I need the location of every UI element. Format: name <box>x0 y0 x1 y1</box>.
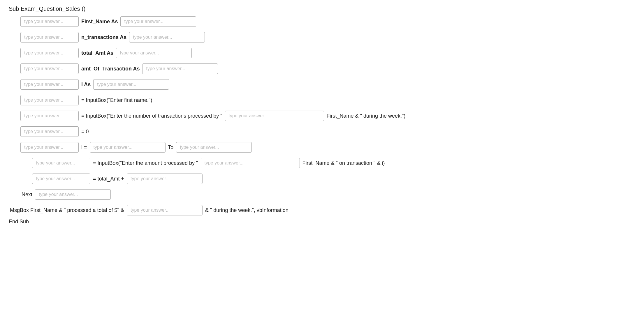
answer-input-line4-0[interactable] <box>20 63 79 74</box>
bold-text-line2-1: n_transactions As <box>79 35 129 40</box>
static-text-line7-1: = InputBox("Enter the number of transact… <box>79 113 225 118</box>
code-line: total_Amt As <box>9 46 635 60</box>
answer-input-line13-1[interactable] <box>127 205 203 215</box>
code-line: n_transactions As <box>9 30 635 44</box>
answer-input-line1-0[interactable] <box>20 16 79 27</box>
static-text-line9-3: To <box>166 145 176 150</box>
code-line: = total_Amt + <box>9 172 635 186</box>
answer-input-line10-0[interactable] <box>32 158 90 168</box>
end-sub-label: End Sub <box>9 219 635 224</box>
code-line: = InputBox("Enter first name.") <box>9 93 635 107</box>
code-line: = InputBox("Enter the number of transact… <box>9 109 635 123</box>
static-text-line10-1: = InputBox("Enter the amount processed b… <box>90 160 201 166</box>
answer-input-line10-2[interactable] <box>201 158 300 168</box>
answer-input-line9-2[interactable] <box>90 142 166 153</box>
answer-input-line12-1[interactable] <box>35 189 111 200</box>
bold-text-line1-1: First_Name As <box>79 19 120 24</box>
code-line: amt_Of_Transaction As <box>9 62 635 76</box>
answer-input-line11-2[interactable] <box>127 174 203 184</box>
code-line: i As <box>9 77 635 91</box>
answer-input-line3-2[interactable] <box>116 48 192 58</box>
bold-text-line3-1: total_Amt As <box>79 50 116 56</box>
sub-title: Sub Exam_Question_Sales () <box>9 6 635 12</box>
answer-input-line5-2[interactable] <box>93 79 169 90</box>
static-text-line6-1: = InputBox("Enter first name.") <box>79 98 153 103</box>
static-text-line8-1: = 0 <box>79 129 90 134</box>
static-text-line13-2: & " during the week.", vbInformation <box>203 208 290 213</box>
answer-input-line2-0[interactable] <box>20 32 79 43</box>
answer-input-line7-0[interactable] <box>20 111 79 121</box>
answer-input-line8-0[interactable] <box>20 126 79 137</box>
code-line: = InputBox("Enter the amount processed b… <box>9 156 635 170</box>
code-block: Sub Exam_Question_Sales () First_Name As… <box>9 6 635 224</box>
code-line: = 0 <box>9 125 635 139</box>
answer-input-line5-0[interactable] <box>20 79 79 90</box>
answer-input-line2-2[interactable] <box>129 32 205 43</box>
answer-input-line7-2[interactable] <box>225 111 324 121</box>
bold-text-line4-1: amt_Of_Transaction As <box>79 66 142 71</box>
code-line: Next <box>9 187 635 201</box>
code-line: MsgBox First_Name & " processed a total … <box>9 203 635 217</box>
static-text-line9-1: i = <box>79 145 90 150</box>
bold-text-line5-1: i As <box>79 82 93 87</box>
answer-input-line4-2[interactable] <box>142 63 218 74</box>
static-text-line7-3: First_Name & " during the week.") <box>324 113 407 118</box>
static-text-line13-0: MsgBox First_Name & " processed a total … <box>9 208 127 213</box>
static-text-line11-1: = total_Amt + <box>90 176 127 181</box>
answer-input-line9-4[interactable] <box>176 142 252 153</box>
code-line: i = To <box>9 140 635 154</box>
static-text-line12-0: Next <box>20 192 35 197</box>
answer-input-line9-0[interactable] <box>20 142 79 153</box>
static-text-line10-3: First_Name & " on transaction " & i) <box>300 160 386 166</box>
answer-input-line11-0[interactable] <box>32 174 90 184</box>
answer-input-line3-0[interactable] <box>20 48 79 58</box>
answer-input-line6-0[interactable] <box>20 95 79 105</box>
code-line: First_Name As <box>9 15 635 29</box>
answer-input-line1-2[interactable] <box>120 16 196 27</box>
